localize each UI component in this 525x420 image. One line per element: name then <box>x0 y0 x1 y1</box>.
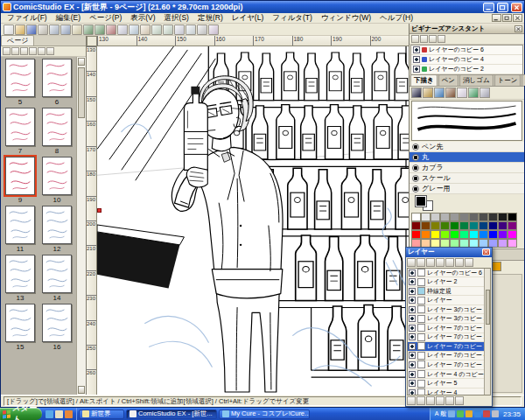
restore-button[interactable] <box>497 3 508 12</box>
tablet-driver-icon[interactable] <box>492 410 499 417</box>
title-bar[interactable]: ComicStudio EX - [新世界 - 9ページ] (21.60 * 2… <box>1 1 524 13</box>
select-tool-icon[interactable] <box>117 24 128 35</box>
color-swatch[interactable] <box>430 230 440 239</box>
visibility-eye-icon[interactable] <box>413 66 420 73</box>
menu-item[interactable]: 定規(R) <box>193 13 228 24</box>
layers-palette-titlebar[interactable]: レイヤー <box>406 248 492 257</box>
scrollbar-thumb[interactable] <box>78 67 85 118</box>
page-thumbnail-cell[interactable]: 11 <box>2 206 38 253</box>
color-swatch[interactable] <box>440 221 450 230</box>
page-thumbnail-cell[interactable]: 13 <box>2 255 38 302</box>
layer-row[interactable]: レイヤー <box>408 296 484 305</box>
tab-pages[interactable]: ページ <box>1 35 34 46</box>
page-thumbnail-cell[interactable]: 8 <box>38 108 75 155</box>
antivirus-icon[interactable] <box>483 410 490 417</box>
save-icon[interactable] <box>26 24 37 35</box>
next-page-icon[interactable] <box>29 47 37 55</box>
color-swatch[interactable] <box>411 221 421 230</box>
menu-item[interactable]: ページ(P) <box>85 13 126 24</box>
layer-visibility-eye-icon[interactable] <box>409 315 416 322</box>
cut-icon[interactable] <box>49 24 60 35</box>
menu-item[interactable]: フィルタ(T) <box>268 13 317 24</box>
layer-row[interactable]: レイヤー 2 <box>408 277 484 287</box>
help-icon[interactable] <box>208 24 219 35</box>
layer-row[interactable]: 枠線定規 <box>408 287 484 297</box>
color-swatch[interactable] <box>450 213 459 221</box>
color-swatch[interactable] <box>459 213 469 221</box>
redo-icon[interactable] <box>94 24 105 35</box>
pen-option-row[interactable]: グレー用 <box>410 184 524 194</box>
volume-icon[interactable] <box>448 410 455 417</box>
layers-scrollbar-thumb[interactable] <box>486 290 490 325</box>
color-swatch[interactable] <box>469 230 479 239</box>
messenger-icon[interactable] <box>474 410 481 417</box>
page-thumbnail-cell[interactable]: 9 <box>2 157 38 204</box>
page-thumbnail-cell[interactable]: 5 <box>2 59 38 106</box>
page-settings-icon[interactable] <box>46 47 54 55</box>
pen-option-row[interactable]: カブラ <box>410 163 524 173</box>
menu-item[interactable]: レイヤ(L) <box>228 13 269 24</box>
marker-tool-icon[interactable] <box>434 88 444 98</box>
minimize-button[interactable] <box>483 3 494 12</box>
layer-visibility-eye-icon[interactable] <box>409 361 416 368</box>
magnify-icon[interactable] <box>129 24 139 35</box>
grid-icon[interactable] <box>197 24 207 35</box>
layer-visibility-eye-icon[interactable] <box>409 297 416 304</box>
color-swatch[interactable] <box>411 230 421 239</box>
pen-option-row[interactable]: ペン先 <box>410 142 524 152</box>
color-swatch[interactable] <box>498 230 508 239</box>
toolset-tab[interactable]: 文字 <box>522 74 525 86</box>
horizontal-ruler[interactable]: 130140150160170180190200 <box>97 36 409 46</box>
color-swatch[interactable] <box>488 221 498 230</box>
drawing-canvas[interactable] <box>97 46 409 395</box>
pen-option-row[interactable]: 丸 <box>410 152 524 163</box>
layer-opacity-icon[interactable] <box>416 396 425 405</box>
layer-row[interactable]: レイヤー 7のコピー 3 <box>408 360 484 370</box>
layer-visibility-eye-icon[interactable] <box>409 371 416 378</box>
color-swatch[interactable] <box>421 221 430 230</box>
show-desktop-icon[interactable] <box>55 410 63 418</box>
layers-close-icon[interactable] <box>482 248 490 256</box>
layers-scrollbar[interactable] <box>484 269 490 395</box>
color-swatch[interactable] <box>508 213 517 221</box>
close-button[interactable] <box>511 3 522 12</box>
media-player-icon[interactable] <box>65 410 73 418</box>
color-swatch[interactable] <box>430 213 440 221</box>
layer-group-icon[interactable] <box>436 396 444 405</box>
page-thumbnail-cell[interactable]: 14 <box>38 255 75 302</box>
prev-page-icon[interactable] <box>20 47 28 55</box>
brush-tool-icon[interactable] <box>445 88 456 98</box>
scroll-up-arrow[interactable] <box>78 58 85 66</box>
foreground-color-chip[interactable] <box>416 196 426 206</box>
assistant-list-item[interactable]: レイヤーのコピー 4 <box>411 55 522 65</box>
color-swatch[interactable] <box>430 221 440 230</box>
paste-icon[interactable] <box>72 24 82 35</box>
color-swatch[interactable] <box>421 213 430 221</box>
pen-option-row[interactable]: スケール <box>410 173 524 184</box>
page-thumbnail-cell[interactable]: 12 <box>38 206 75 253</box>
layer-row[interactable]: レイヤー 7のコピー 5 <box>408 342 484 352</box>
assistant-close-icon[interactable] <box>514 25 522 32</box>
layer-menu-icon[interactable] <box>407 258 416 267</box>
assistant-up-icon[interactable] <box>429 35 437 43</box>
layer-row[interactable]: レイヤー 5 <box>408 379 484 388</box>
color-swatch[interactable] <box>498 213 508 221</box>
toolset-tab[interactable]: 下描き <box>410 74 438 86</box>
scroll-down-arrow[interactable] <box>78 386 85 394</box>
menu-item[interactable]: ファイル(F) <box>3 13 52 24</box>
assistant-down-icon[interactable] <box>438 35 445 43</box>
color-swatch[interactable] <box>421 230 430 239</box>
layer-trash-icon[interactable] <box>455 396 464 405</box>
copy-icon[interactable] <box>60 24 71 35</box>
network-icon[interactable] <box>457 410 464 417</box>
menu-item[interactable]: 選択(S) <box>160 13 193 24</box>
internet-explorer-icon[interactable] <box>46 410 53 418</box>
layer-visibility-eye-icon[interactable] <box>409 270 416 276</box>
actual-size-icon[interactable] <box>186 24 196 35</box>
fill-tool-icon[interactable] <box>468 88 479 98</box>
layer-visibility-eye-icon[interactable] <box>409 333 416 340</box>
color-swatch[interactable] <box>469 221 479 230</box>
color-swatch[interactable] <box>479 230 488 239</box>
brush-stroke-preview[interactable] <box>411 101 522 141</box>
eraser-tool-icon[interactable] <box>457 88 467 98</box>
